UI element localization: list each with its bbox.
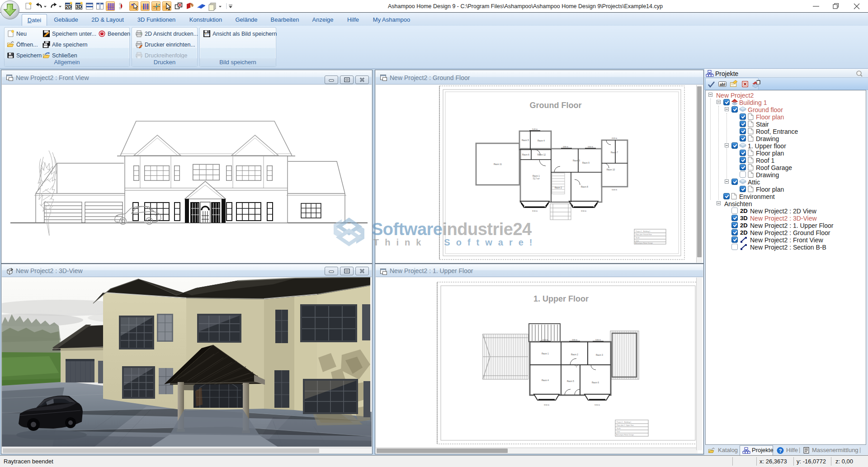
svg-text:3,80 m: 3,80 m (572, 339, 578, 341)
svg-text:3,60 m: 3,60 m (595, 339, 601, 341)
svg-text:Ashampoo Home Design: Ashampoo Home Design (635, 242, 653, 244)
svg-text:3,50 m: 3,50 m (532, 210, 538, 212)
svg-text:Raum 3: Raum 3 (573, 160, 580, 162)
svg-text:3,50 m: 3,50 m (544, 404, 550, 406)
svg-text:Raum 2: Raum 2 (555, 187, 562, 189)
svg-text:?: ? (779, 448, 782, 453)
svg-text:4,50 m: 4,50 m (542, 339, 548, 341)
svg-text:Raum 1: Raum 1 (533, 175, 540, 177)
svg-text:Raum 1: Raum 1 (542, 353, 549, 355)
svg-text:Raum 12: Raum 12 (538, 154, 546, 156)
svg-text:5,00 m: 5,00 m (532, 128, 538, 130)
svg-text:3,60 m: 3,60 m (588, 146, 594, 148)
svg-text:Ground Floor: Ground Floor (530, 101, 582, 110)
svg-text:72,7 m²: 72,7 m² (533, 178, 540, 180)
svg-text:Date: Date (617, 431, 620, 433)
svg-text:4,00 m: 4,00 m (612, 137, 618, 139)
svg-text:Raum 8: Raum 8 (581, 186, 588, 188)
svg-text:3D: 3D (76, 5, 82, 9)
svg-text:Raum 2: Raum 2 (571, 354, 578, 356)
svg-text:Raum 6: Raum 6 (522, 154, 529, 156)
svg-text:Project 1 - Building 1: Project 1 - Building 1 (636, 231, 650, 232)
svg-text:Raum 4: Raum 4 (538, 140, 545, 142)
svg-text:3,80 m: 3,80 m (563, 146, 569, 148)
svg-text:Scale: Scale (617, 428, 621, 429)
svg-text:2D: 2D (66, 5, 71, 9)
svg-text:Raum 3: Raum 3 (596, 354, 603, 356)
svg-text:3,50 m: 3,50 m (581, 210, 587, 212)
svg-text:Project 1 - Building 1: Project 1 - Building 1 (617, 421, 631, 423)
svg-text:Raum 9: Raum 9 (582, 162, 590, 164)
svg-text:Raum 11: Raum 11 (494, 163, 502, 165)
svg-text:Raum 4: Raum 4 (542, 379, 549, 382)
svg-text:Floor plan 1. Upper floor: Floor plan 1. Upper floor (617, 425, 634, 426)
svg-text:Raum 5: Raum 5 (522, 139, 529, 142)
svg-text:3,50 m: 3,50 m (594, 404, 600, 406)
svg-text:Raum 10: Raum 10 (607, 169, 615, 171)
svg-text:Raum 7: Raum 7 (611, 151, 618, 154)
svg-text:abl: abl (719, 82, 725, 87)
svg-text:Raum 6: Raum 6 (592, 382, 599, 384)
svg-text:3,00 m: 3,00 m (612, 189, 618, 191)
svg-text:Ashampoo Home Design: Ashampoo Home Design (616, 434, 634, 436)
svg-text:Floor plan Ground floor: Floor plan Ground floor (636, 234, 652, 236)
svg-text:1. Upper Floor: 1. Upper Floor (533, 294, 589, 303)
svg-text:Raum 5: Raum 5 (567, 380, 574, 382)
svg-text:Date: Date (636, 240, 639, 242)
svg-text:Scale: Scale (636, 237, 640, 239)
